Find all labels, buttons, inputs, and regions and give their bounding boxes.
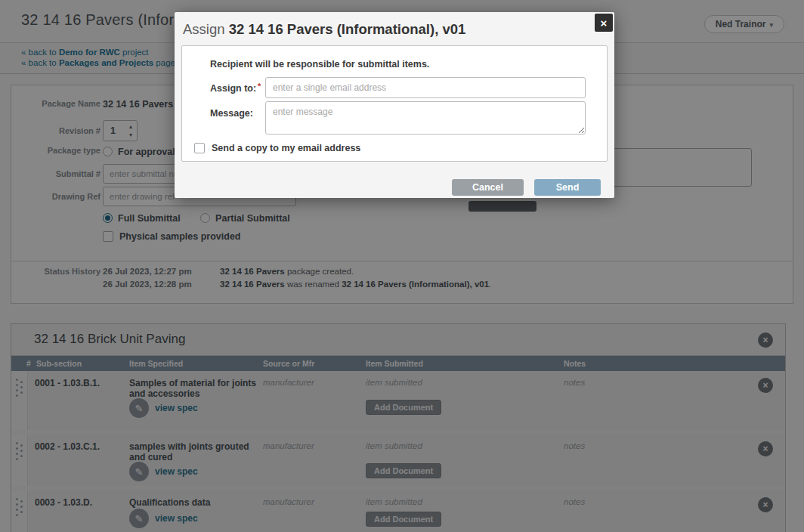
assign-modal: × Assign 32 14 16 Pavers (Informational)… bbox=[175, 12, 614, 198]
required-asterisk: * bbox=[258, 82, 261, 91]
modal-title-package: 32 14 16 Pavers (Informational), v01 bbox=[229, 21, 466, 37]
modal-title-prefix: Assign bbox=[183, 21, 229, 37]
message-label: Message: bbox=[210, 108, 253, 119]
assign-to-input[interactable] bbox=[265, 77, 586, 98]
assign-to-label: Assign to:* bbox=[210, 82, 261, 94]
send-copy-label: Send a copy to my email address bbox=[212, 143, 360, 153]
assign-fieldset: Recipient will be responsible for submit… bbox=[181, 45, 608, 162]
assign-to-label-text: Assign to: bbox=[210, 83, 256, 94]
recipient-note: Recipient will be responsible for submit… bbox=[210, 59, 429, 70]
send-copy-checkbox[interactable] bbox=[194, 143, 205, 153]
send-copy-row: Send a copy to my email address bbox=[194, 143, 360, 153]
app-screen: 32 14 16 Pavers (Informational), v01 Ned… bbox=[0, 0, 804, 532]
cancel-button[interactable]: Cancel bbox=[452, 179, 524, 196]
message-textarea[interactable] bbox=[265, 101, 586, 135]
modal-title: Assign 32 14 16 Pavers (Informational), … bbox=[183, 21, 465, 38]
modal-close-button[interactable]: × bbox=[595, 14, 613, 32]
send-button[interactable]: Send bbox=[534, 179, 601, 196]
